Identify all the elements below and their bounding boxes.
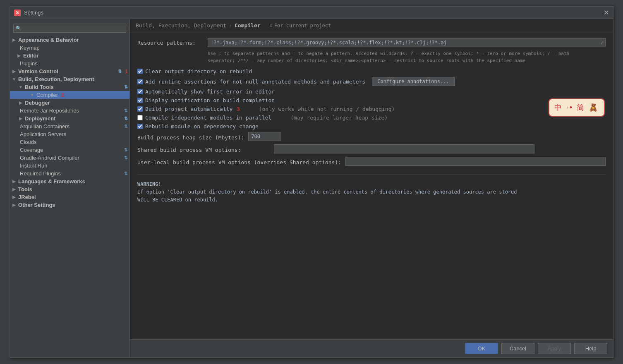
widget-chars: 中 ·• 简 🧸 — [554, 103, 599, 113]
add-runtime-row: Add runtime assertions for not-null-anno… — [137, 77, 606, 86]
sidebar-item-coverage[interactable]: Coverage ⇅ — [10, 146, 129, 154]
compile-parallel-note: (may require larger heap size) — [290, 115, 388, 121]
sidebar-item-gradle-android[interactable]: Gradle-Android Compiler ⇅ — [10, 154, 129, 162]
compile-parallel-checkbox[interactable] — [137, 115, 143, 120]
sync-icon-ga: ⇅ — [124, 155, 128, 160]
sidebar-label-editor: Editor — [23, 53, 39, 59]
sidebar-label-build-tools: Build Tools — [25, 84, 54, 90]
shared-vm-label: Shared build process VM options: — [137, 145, 270, 153]
resource-patterns-input[interactable] — [208, 38, 606, 47]
settings-window: S Settings ✕ 🔍 ▶ Appearance & Behavior K… — [10, 6, 613, 358]
sidebar-label-plugins: Plugins — [20, 60, 38, 67]
sync-icon-rj: ⇅ — [124, 108, 128, 113]
sidebar-item-other-settings[interactable]: ▶ Other Settings — [10, 201, 129, 209]
sidebar-item-arquillian[interactable]: Arquillian Containers ⇅ — [10, 122, 129, 130]
sidebar-label-vc: Version Control — [18, 68, 58, 74]
sidebar-item-required-plugins[interactable]: Required Plugins ⇅ — [10, 170, 129, 177]
main-content: 🔍 ▶ Appearance & Behavior Keymap ▶ Edito… — [10, 19, 613, 357]
sync-icon-deploy: ⇅ — [124, 116, 128, 121]
resource-input-wrap: ⤢ — [208, 38, 606, 47]
warning-title: WARNING! — [137, 180, 606, 188]
breadcrumb-current: Compiler — [235, 22, 261, 29]
expand-arrow-jrebel: ▶ — [12, 195, 17, 199]
sidebar-label-coverage: Coverage — [20, 147, 43, 153]
expand-arrow-deploy: ▶ — [18, 116, 23, 121]
apply-button[interactable]: Apply — [538, 343, 571, 354]
cancel-button[interactable]: Cancel — [501, 343, 534, 354]
display-notif-checkbox[interactable] — [137, 98, 143, 103]
sidebar-item-plugins[interactable]: Plugins — [10, 60, 129, 67]
expand-arrow-debugger: ▶ — [18, 101, 23, 105]
expand-arrow-build: ▼ — [12, 77, 17, 81]
project-label: For current project — [274, 23, 331, 29]
window-title: Settings — [24, 10, 43, 16]
clear-output-checkbox[interactable] — [137, 69, 143, 74]
auto-show-checkbox[interactable] — [137, 89, 143, 94]
hint-line1: Use ; to separate patterns and ! to nega… — [208, 51, 569, 56]
sidebar-item-build-tools[interactable]: ▼ Build Tools ⇅ — [10, 83, 129, 91]
sidebar-item-debugger[interactable]: ▶ Debugger — [10, 99, 129, 107]
floating-widget: 中 ·• 简 🧸 — [549, 98, 605, 117]
build-auto-label: Build project automatically — [145, 106, 232, 112]
sidebar-item-jrebel[interactable]: ▶ JRebel — [10, 193, 129, 201]
sidebar-item-version-control[interactable]: ▶ Version Control ⇅ 1 — [10, 67, 129, 75]
expand-arrow-lang: ▶ — [12, 179, 17, 184]
sidebar-item-app-servers[interactable]: Application Servers — [10, 130, 129, 138]
sidebar-label-compiler: Compiler — [36, 92, 58, 98]
build-auto-row: Build project automatically 3 (only work… — [137, 106, 606, 112]
sidebar-item-deployment[interactable]: ▶ Deployment ⇅ — [10, 115, 129, 122]
user-local-vm-input[interactable] — [345, 157, 606, 166]
warning-box: WARNING! If option 'Clear output directo… — [137, 174, 606, 204]
main-panel: Build, Execution, Deployment › Compiler … — [130, 19, 613, 357]
sidebar-item-remote-jar[interactable]: Remote Jar Repositories ⇅ — [10, 107, 129, 115]
project-icon: ⊙ — [270, 23, 273, 29]
auto-show-label: Automatically show first error in editor — [145, 89, 275, 95]
rebuild-module-row: Rebuild module on dependency change — [137, 123, 606, 129]
display-notif-label: Display notification on build completion — [145, 97, 275, 103]
ok-button[interactable]: OK — [465, 343, 498, 354]
sidebar-item-languages[interactable]: ▶ Languages & Frameworks — [10, 177, 129, 185]
build-auto-note: (only works while not running / debuggin… — [259, 106, 395, 112]
sidebar-label-debugger: Debugger — [25, 100, 50, 106]
sidebar-item-compiler[interactable]: ▼ Compiler 2 — [10, 91, 129, 99]
help-button[interactable]: Help — [574, 343, 607, 354]
user-local-vm-label: User-local build process VM options (ove… — [137, 158, 341, 165]
sidebar-item-tools[interactable]: ▶ Tools — [10, 185, 129, 193]
add-runtime-checkbox[interactable] — [137, 79, 143, 84]
compile-parallel-label: Compile independent modules in parallel — [145, 115, 271, 121]
sidebar-label-required-plugins: Required Plugins — [20, 170, 61, 177]
user-local-vm-row: User-local build process VM options (ove… — [137, 157, 606, 166]
expand-arrow-bt: ▼ — [18, 85, 23, 89]
shared-vm-row: Shared build process VM options: — [137, 144, 606, 153]
sidebar-item-keymap[interactable]: Keymap — [10, 44, 129, 52]
search-input[interactable] — [13, 24, 126, 33]
search-box[interactable]: 🔍 — [13, 24, 126, 33]
sidebar-label-tools: Tools — [18, 186, 32, 192]
auto-show-row: Automatically show first error in editor — [137, 89, 606, 95]
heap-size-input[interactable] — [248, 132, 281, 141]
heap-size-row: Build process heap size (Mbytes): — [137, 132, 606, 141]
expand-input-icon[interactable]: ⤢ — [600, 40, 604, 46]
sidebar-label-gradle-android: Gradle-Android Compiler — [20, 155, 79, 161]
rebuild-module-checkbox[interactable] — [137, 124, 143, 129]
expand-arrow-tools: ▶ — [12, 187, 17, 192]
shared-vm-input[interactable] — [274, 144, 534, 153]
sidebar-label-other: Other Settings — [18, 202, 55, 208]
sidebar-item-clouds[interactable]: Clouds — [10, 138, 129, 146]
clear-output-label: Clear output directory on rebuild — [145, 68, 252, 74]
resource-patterns-label: Resource patterns: — [137, 38, 204, 46]
sidebar-label-jrebel: JRebel — [18, 194, 36, 200]
close-button[interactable]: ✕ — [604, 10, 609, 16]
sidebar-item-instant-run[interactable]: Instant Run — [10, 162, 129, 170]
sidebar-item-appearance[interactable]: ▶ Appearance & Behavior — [10, 36, 129, 44]
expand-arrow-editor: ▶ — [17, 53, 22, 58]
sidebar: 🔍 ▶ Appearance & Behavior Keymap ▶ Edito… — [10, 19, 130, 357]
sidebar-item-build[interactable]: ▼ Build, Execution, Deployment — [10, 75, 129, 83]
sidebar-item-editor[interactable]: ▶ Editor — [10, 52, 129, 60]
build-auto-checkbox[interactable] — [137, 106, 143, 112]
sidebar-label-keymap: Keymap — [20, 45, 40, 51]
sidebar-label-instant-run: Instant Run — [20, 163, 48, 169]
configure-annotations-button[interactable]: Configure annotations... — [372, 77, 454, 86]
sync-icon-cov: ⇅ — [124, 147, 128, 153]
breadcrumb: Build, Execution, Deployment › Compiler … — [130, 19, 613, 32]
